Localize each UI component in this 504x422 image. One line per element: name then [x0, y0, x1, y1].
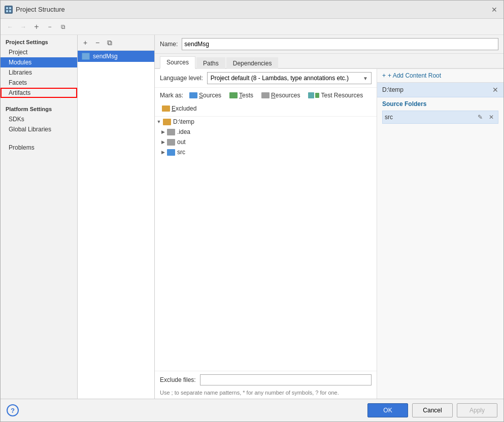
language-level-select[interactable]: Project default (8 - Lambdas, type annot…	[207, 72, 372, 84]
forward-button[interactable]: →	[18, 21, 29, 32]
sources-folder-icon	[189, 92, 197, 98]
tree-item-dtemp[interactable]: ▼ D:\temp	[155, 117, 377, 127]
tab-bar: Sources Paths Dependencies	[155, 54, 503, 69]
test-resources-folder-icon2	[315, 93, 319, 98]
module-copy-button[interactable]: ⧉	[104, 37, 115, 48]
source-folder-actions: ✎ ✕	[476, 113, 496, 122]
source-folder-item-src: src ✎ ✕	[382, 111, 498, 124]
mark-as-label: Mark as:	[160, 92, 183, 99]
sidebar-item-libraries[interactable]: Libraries	[1, 67, 77, 78]
ok-button[interactable]: OK	[367, 403, 408, 417]
nav-bar: ← → + − ⧉	[1, 19, 503, 35]
sidebar: Project Settings Project Modules Librari…	[1, 35, 78, 399]
module-remove-button[interactable]: −	[92, 37, 103, 48]
out-folder-icon	[167, 139, 175, 146]
cancel-button[interactable]: Cancel	[412, 403, 453, 417]
tab-sources[interactable]: Sources	[160, 56, 195, 69]
copy-button[interactable]: ⧉	[57, 21, 69, 32]
file-tree-content: ▼ D:\temp ▶ .idea	[155, 117, 377, 371]
sources-main: Language level: Project default (8 - Lam…	[155, 69, 377, 399]
module-list: + − ⧉ sendMsg	[78, 35, 155, 399]
dtemp-label: D:\temp	[173, 118, 194, 125]
right-panel: Name: Sources Paths Dependencies Languag…	[155, 35, 503, 399]
excluded-folder-icon	[162, 106, 170, 112]
back-button[interactable]: ←	[5, 21, 16, 32]
module-add-button[interactable]: +	[80, 37, 91, 48]
sidebar-item-artifacts[interactable]: Artifacts	[1, 88, 77, 98]
idea-expand-icon[interactable]: ▶	[159, 128, 167, 136]
out-label: out	[177, 138, 186, 146]
sidebar-item-sdks[interactable]: SDKs	[1, 114, 77, 124]
mark-as-tests-label: Tests	[239, 92, 253, 99]
tree-item-idea[interactable]: ▶ .idea	[155, 127, 377, 137]
name-bar: Name:	[155, 35, 503, 54]
content-root-close-button[interactable]: ✕	[492, 86, 498, 94]
sidebar-item-problems[interactable]: Problems	[1, 143, 77, 153]
module-item-sendmsg[interactable]: sendMsg	[78, 51, 154, 62]
title-bar: Project Structure ✕	[1, 1, 503, 19]
svg-rect-1	[9, 7, 11, 9]
module-list-toolbar: + − ⧉	[78, 35, 154, 51]
source-folder-text: src	[385, 114, 476, 121]
language-level-value: Project default (8 - Lambdas, type annot…	[211, 75, 363, 82]
project-structure-dialog: Project Structure ✕ ← → + − ⧉ Project Se…	[0, 0, 504, 422]
dialog-icon	[5, 6, 13, 14]
close-button[interactable]: ✕	[489, 5, 499, 15]
add-content-root-label: + Add Content Root	[388, 72, 441, 79]
apply-button[interactable]: Apply	[457, 403, 497, 417]
name-input[interactable]	[182, 38, 498, 50]
remove-button[interactable]: −	[44, 21, 55, 32]
sidebar-item-modules[interactable]: Modules	[1, 57, 77, 67]
module-item-label: sendMsg	[93, 53, 118, 60]
sidebar-item-facets[interactable]: Facets	[1, 78, 77, 88]
exclude-files-input[interactable]	[200, 374, 372, 385]
idea-folder-icon	[167, 129, 175, 135]
dtemp-folder-icon	[163, 119, 171, 125]
sidebar-item-project[interactable]: Project	[1, 47, 77, 57]
main-area: Project Settings Project Modules Librari…	[1, 35, 503, 399]
project-settings-header: Project Settings	[1, 35, 77, 47]
mark-as-tests[interactable]: Tests	[227, 91, 255, 100]
test-resources-folder-icon	[308, 92, 314, 98]
src-label: src	[177, 149, 185, 156]
file-tree-area: ▼ D:\temp ▶ .idea	[155, 117, 377, 399]
mark-as-excluded[interactable]: Excluded	[160, 104, 198, 113]
tree-item-src[interactable]: ▶ src	[155, 147, 377, 157]
svg-rect-0	[6, 7, 8, 9]
language-level-label: Language level:	[160, 75, 203, 82]
add-button[interactable]: +	[31, 21, 42, 32]
add-content-root-button[interactable]: + + Add Content Root	[377, 69, 503, 83]
language-level-bar: Language level: Project default (8 - Lam…	[155, 69, 377, 88]
tab-dependencies[interactable]: Dependencies	[226, 57, 279, 69]
mark-as-resources-label: Resources	[271, 92, 300, 99]
source-folders-section: Source Folders src ✎ ✕	[377, 97, 503, 129]
add-icon: +	[382, 72, 386, 79]
name-label: Name:	[160, 41, 178, 48]
content-root-title: D:\temp	[382, 86, 492, 93]
language-level-arrow: ▼	[363, 76, 368, 81]
mark-as-test-resources[interactable]: Test Resources	[306, 91, 365, 100]
expand-icon[interactable]: ▼	[155, 118, 163, 126]
tab-paths[interactable]: Paths	[196, 57, 225, 69]
sidebar-item-global-libraries[interactable]: Global Libraries	[1, 124, 77, 134]
source-folders-label: Source Folders	[382, 100, 498, 108]
svg-rect-2	[6, 10, 8, 12]
dialog-title: Project Structure	[16, 6, 489, 13]
source-folders-panel: + + Add Content Root D:\temp ✕ Source Fo…	[377, 69, 503, 399]
tree-item-out[interactable]: ▶ out	[155, 137, 377, 147]
content-root-header: D:\temp ✕	[377, 83, 503, 97]
resources-folder-icon	[261, 92, 270, 98]
platform-settings-header: Platform Settings	[1, 102, 77, 114]
mark-as-resources[interactable]: Resources	[259, 91, 302, 100]
bottom-bar: ? OK Cancel Apply	[1, 399, 503, 421]
module-icon	[82, 53, 90, 60]
source-folder-delete-button[interactable]: ✕	[487, 113, 496, 122]
help-button[interactable]: ?	[7, 404, 19, 416]
svg-rect-3	[9, 10, 11, 12]
mark-as-sources[interactable]: Sources	[187, 91, 223, 100]
out-expand-icon[interactable]: ▶	[159, 138, 167, 146]
src-expand-icon[interactable]: ▶	[159, 148, 167, 156]
exclude-files-bar: Exclude files:	[155, 371, 377, 389]
mark-as-sources-label: Sources	[199, 92, 221, 99]
source-folder-edit-button[interactable]: ✎	[476, 113, 485, 122]
